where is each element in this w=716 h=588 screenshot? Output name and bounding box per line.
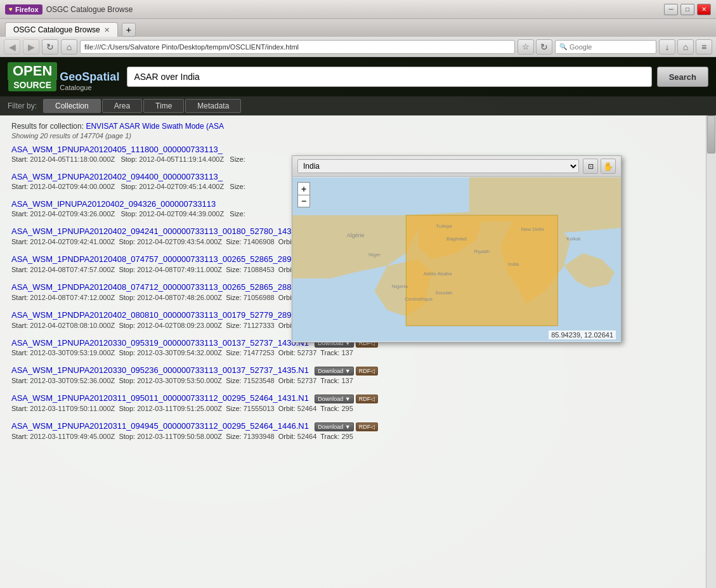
- result-item-9: ASA_WSM_1PNUPA20120330_095236_0000007331…: [11, 365, 705, 384]
- filter-label: Filter by:: [8, 101, 37, 110]
- logo: OPEN SOURCE GeoSpatial Catalogue: [8, 62, 119, 91]
- url-text: file:///C:/Users/Salvatore Pinto/Desktop…: [84, 43, 299, 51]
- logo-open-text: OPEN: [8, 62, 57, 80]
- bookmark-star[interactable]: ☆: [517, 39, 534, 55]
- map-top-controls: ⊡ ✋: [583, 159, 616, 174]
- rdf-icon-11[interactable]: RDF◁: [356, 422, 379, 431]
- map-body: Algérie Niger Turkiye Baghdad Riyadh New…: [292, 177, 621, 342]
- reload-btn2[interactable]: ↻: [536, 39, 552, 55]
- logo-source-text: SOURCE: [8, 80, 56, 91]
- result-item-11: ASA_WSM_1PNUPA20120311_094945_0000007331…: [11, 421, 705, 440]
- address-bar[interactable]: file:///C:/Users/Salvatore Pinto/Desktop…: [80, 40, 515, 54]
- search-area: Search: [127, 62, 708, 91]
- tab-close-button[interactable]: ✕: [104, 26, 110, 34]
- browser-window: Firefox OSGC Catalogue Browse ─ □ ✕ OSGC…: [0, 0, 716, 588]
- map-hand-button[interactable]: ✋: [601, 159, 616, 174]
- svg-text:Centrafrique: Centrafrique: [405, 296, 433, 302]
- geo-block: GeoSpatial Catalogue: [60, 70, 119, 91]
- restore-button[interactable]: □: [680, 4, 694, 15]
- zoom-in-button[interactable]: +: [297, 182, 310, 195]
- result-link-4[interactable]: ASA_WSM_1PNUPA20120402_094241_0000007331…: [11, 226, 309, 236]
- geo-spatial-text: GeoSpatial: [60, 70, 119, 84]
- filter-tab-area[interactable]: Area: [102, 99, 142, 113]
- page-content: OPEN SOURCE GeoSpatial Catalogue Search …: [0, 57, 716, 588]
- site-header: OPEN SOURCE GeoSpatial Catalogue Search: [0, 57, 716, 96]
- svg-text:Turkiye: Turkiye: [436, 223, 452, 229]
- download-icon-9[interactable]: Download ▼: [315, 367, 353, 376]
- filter-tab-metadata[interactable]: Metadata: [185, 99, 241, 113]
- svg-text:Riyadh: Riyadh: [474, 249, 490, 254]
- back-button[interactable]: ◀: [4, 39, 20, 55]
- result-meta-9: Start: 2012-03-30T09:52:36.000Z Stop: 20…: [11, 377, 705, 384]
- map-popup: India ⊡ ✋: [292, 155, 622, 343]
- browser-search-engine: Google: [570, 43, 592, 51]
- map-header: India ⊡ ✋: [292, 156, 621, 177]
- downloads-button[interactable]: ↓: [659, 39, 675, 55]
- firefox-logo: Firefox: [5, 4, 42, 15]
- zoom-out-button[interactable]: −: [297, 195, 310, 207]
- svg-text:Baghdad: Baghdad: [446, 236, 467, 242]
- browser-search-box[interactable]: 🔍 Google: [555, 40, 656, 54]
- svg-text:India: India: [508, 261, 519, 267]
- tab-label: OSGC Catalogue Browse: [13, 25, 100, 34]
- svg-text:Addis Ababa: Addis Ababa: [424, 271, 452, 277]
- svg-text:Kolkat: Kolkat: [566, 236, 581, 242]
- window-title: OSGC Catalogue Browse: [46, 5, 660, 14]
- svg-text:Soudan: Soudan: [435, 290, 452, 296]
- result-link-11[interactable]: ASA_WSM_1PNUPA20120311_094945_0000007331…: [11, 421, 309, 431]
- svg-text:Niger: Niger: [368, 252, 381, 258]
- rdf-icon-9[interactable]: RDF◁: [356, 367, 379, 376]
- result-link-5[interactable]: ASA_WSM_1PNDPA20120408_074757_0000007331…: [11, 254, 309, 264]
- result-meta-10: Start: 2012-03-11T09:50:11.000Z Stop: 20…: [11, 405, 705, 412]
- svg-text:Algérie: Algérie: [347, 232, 365, 238]
- menu-button[interactable]: ≡: [696, 39, 712, 55]
- forward-button[interactable]: ▶: [23, 39, 39, 55]
- new-tab-button[interactable]: +: [122, 23, 136, 37]
- map-coordinates: 85.94239, 12.02641: [549, 330, 616, 339]
- results-header: Results for collection: ENVISAT ASAR Wid…: [11, 122, 705, 140]
- filter-tab-time[interactable]: Time: [143, 99, 184, 113]
- reload-button[interactable]: ↻: [42, 39, 58, 55]
- map-zoom-controls: + −: [297, 182, 310, 207]
- search-button[interactable]: Search: [657, 67, 708, 87]
- result-link-7[interactable]: ASA_WSM_1PNDPA20120402_080810_0000007331…: [11, 310, 309, 320]
- active-tab[interactable]: OSGC Catalogue Browse ✕: [5, 22, 118, 37]
- result-link-8[interactable]: ASA_WSM_1PNUPA20120330_095319_0000007331…: [11, 338, 309, 348]
- result-link-3[interactable]: ASA_WSM_IPNUPA20120402_094326_0000007331…: [11, 199, 216, 209]
- collection-link[interactable]: ENVISAT ASAR Wide Swath Mode (ASA: [86, 122, 224, 131]
- download-icon-11[interactable]: Download ▼: [315, 422, 353, 431]
- home-btn2[interactable]: ⌂: [677, 39, 694, 55]
- result-link-9[interactable]: ASA_WSM_1PNUPA20120330_095236_0000007331…: [11, 365, 309, 375]
- result-link-10[interactable]: ASA_WSM_1PNUPA20120311_095011_0000007331…: [11, 393, 309, 403]
- window-controls: ─ □ ✕: [664, 4, 711, 15]
- filter-tab-collection[interactable]: Collection: [43, 99, 101, 113]
- svg-text:New Delhi: New Delhi: [521, 226, 544, 232]
- nav-bar: ◀ ▶ ↻ ⌂ file:///C:/Users/Salvatore Pinto…: [0, 37, 716, 57]
- svg-text:Nigeria: Nigeria: [392, 284, 408, 289]
- title-bar: Firefox OSGC Catalogue Browse ─ □ ✕: [0, 0, 716, 19]
- main-search-input[interactable]: [127, 67, 651, 87]
- result-link-1[interactable]: ASA_WSM_1PNUPA20120405_111800_0000007331…: [11, 145, 223, 154]
- close-button[interactable]: ✕: [697, 4, 711, 15]
- result-item-10: ASA_WSM_1PNUPA20120311_095011_0000007331…: [11, 393, 705, 412]
- home-button[interactable]: ⌂: [61, 39, 77, 55]
- tab-bar: OSGC Catalogue Browse ✕ +: [0, 19, 716, 37]
- nav-extra-icons: ↓ ⌂ ≡: [659, 39, 712, 55]
- result-link-6[interactable]: ASA_WSM_1PNDPA20120408_074712_0000007331…: [11, 282, 309, 292]
- results-header-text: Results for collection: ENVISAT ASAR Wid…: [11, 122, 705, 131]
- results-count: Showing 20 results of 147704 (page 1): [11, 132, 705, 140]
- geo-catalogue-text: Catalogue: [60, 84, 119, 91]
- map-svg: Algérie Niger Turkiye Baghdad Riyadh New…: [292, 177, 621, 342]
- map-fit-button[interactable]: ⊡: [583, 159, 598, 174]
- minimize-button[interactable]: ─: [664, 4, 678, 15]
- result-meta-11: Start: 2012-03-11T09:49:45.000Z Stop: 20…: [11, 433, 705, 440]
- download-icon-10[interactable]: Download ▼: [315, 395, 353, 403]
- scrollbar-thumb[interactable]: [707, 115, 715, 154]
- result-meta-8: Start: 2012-03-30T09:53:19.000Z Stop: 20…: [11, 349, 705, 356]
- page-scrollbar[interactable]: [706, 115, 716, 588]
- result-link-2[interactable]: ASA_WSM_1PNUPA20120402_094400_0000007331…: [11, 172, 223, 181]
- country-select[interactable]: India: [297, 159, 579, 173]
- rdf-icon-10[interactable]: RDF◁: [356, 395, 379, 403]
- filter-bar: Filter by: Collection Area Time Metadata: [0, 96, 716, 115]
